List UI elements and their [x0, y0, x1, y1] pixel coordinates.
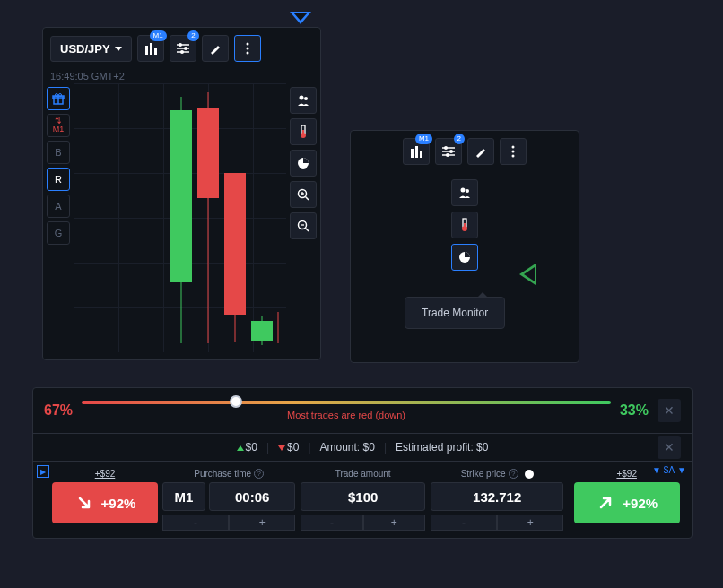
trade-panel: 67% Most trades are red (down) 33% ✕ $0 … [32, 387, 693, 539]
bars-icon [144, 42, 157, 55]
close-summary-button[interactable]: ✕ [658, 436, 681, 459]
slider-thumb[interactable] [230, 395, 242, 408]
candles-button[interactable]: M1 [137, 35, 164, 62]
more-menu-button[interactable] [234, 35, 261, 62]
arrow-up-right-icon [596, 493, 615, 513]
sec-thermometer-button[interactable] [451, 212, 478, 238]
amount-minus[interactable]: - [301, 514, 362, 531]
svg-point-4 [179, 43, 182, 47]
amount-input[interactable]: $100 [301, 482, 425, 511]
pair-selector[interactable]: USD/JPY [50, 36, 132, 62]
purchase-time-label: Purchase time? [194, 469, 264, 479]
help-icon[interactable]: ? [509, 469, 518, 479]
g-button[interactable]: G [47, 221, 70, 245]
highlight-arrow-icon [519, 264, 536, 285]
pie-button[interactable] [290, 150, 317, 177]
triangle-down-icon [278, 445, 285, 451]
sec-social-button[interactable] [451, 179, 478, 206]
interval-button[interactable]: ⇅M1 [47, 114, 70, 137]
currency-label: $A [664, 465, 675, 475]
svg-point-17 [300, 96, 304, 100]
amount-stepper: -+ [301, 514, 425, 531]
users-icon [458, 186, 471, 199]
gift-button[interactable] [47, 87, 70, 110]
indicators-button[interactable]: 2 [170, 35, 196, 62]
strike-plus[interactable]: + [497, 514, 563, 531]
gift-icon [52, 92, 65, 105]
amount-label: Trade amount [335, 469, 391, 479]
dots-vertical-icon [246, 42, 249, 55]
r-button[interactable]: R [47, 168, 70, 191]
buy-payout: +$92 [616, 469, 637, 479]
svg-rect-21 [302, 130, 304, 135]
amount-summary: Amount: $0 [320, 441, 375, 454]
sentiment-row: 67% Most trades are red (down) 33% ✕ [33, 388, 692, 434]
countdown-input[interactable]: 00:06 [209, 482, 295, 511]
sec-indicators-button[interactable]: 2 [435, 138, 462, 165]
social-button[interactable] [290, 87, 317, 114]
svg-line-28 [306, 229, 309, 232]
chart-body: ⇅M1 B R A G [43, 83, 320, 352]
close-sentiment-button[interactable]: ✕ [658, 399, 681, 422]
sec-candles-button[interactable]: M1 [403, 138, 430, 165]
svg-rect-32 [420, 151, 422, 158]
svg-rect-0 [145, 46, 148, 55]
trade-row-options[interactable]: ▼ $A ▼ [652, 465, 686, 475]
buy-button[interactable]: +92% [574, 482, 680, 523]
arrow-down-right-icon [74, 493, 94, 513]
svg-point-36 [449, 150, 453, 153]
strike-input[interactable]: 132.712 [431, 482, 563, 511]
pie-chart-icon [297, 157, 309, 169]
sec-indicators-badge: 2 [454, 134, 465, 144]
slider-track [82, 401, 611, 404]
draw-button[interactable] [202, 35, 229, 62]
time-plus[interactable]: + [229, 514, 295, 531]
svg-point-38 [446, 153, 449, 157]
menu-pointer-icon [290, 12, 311, 24]
chart-timestamp: 16:49:05 GMT+2 [43, 69, 320, 83]
svg-point-41 [512, 155, 515, 158]
sec-draw-button[interactable] [467, 138, 494, 165]
pie-chart-icon [458, 251, 471, 264]
svg-point-15 [56, 94, 58, 97]
svg-point-10 [246, 48, 248, 50]
svg-point-8 [180, 50, 184, 54]
strike-toggle[interactable] [525, 470, 534, 479]
brush-icon [475, 145, 487, 158]
interval-input[interactable]: M1 [162, 482, 205, 511]
indicators-badge: 2 [187, 30, 198, 41]
svg-rect-30 [411, 149, 414, 158]
zoom-out-button[interactable] [290, 212, 317, 239]
expand-button[interactable]: ▶ [37, 465, 49, 478]
left-tools: ⇅M1 B R A G [43, 83, 74, 352]
help-icon[interactable]: ? [254, 469, 264, 479]
svg-point-18 [304, 97, 308, 100]
dots-vertical-icon [511, 145, 515, 158]
sell-button[interactable]: +92% [52, 482, 158, 523]
summary-row: $0 | $0 | Amount: $0 | Estimated profit:… [33, 434, 692, 462]
svg-point-11 [246, 52, 248, 55]
time-minus[interactable]: - [162, 514, 229, 531]
strike-minus[interactable]: - [431, 514, 497, 531]
amount-plus[interactable]: + [363, 514, 425, 531]
sentiment-slider[interactable]: Most trades are red (down) [82, 397, 611, 424]
strike-stepper: -+ [431, 514, 563, 531]
trade-monitor-tooltip: Trade Monitor [405, 297, 505, 329]
svg-point-40 [512, 151, 515, 153]
b-button[interactable]: B [47, 141, 70, 164]
caret-down-icon [115, 47, 122, 51]
svg-point-43 [466, 189, 469, 193]
sec-pie-button[interactable] [451, 244, 478, 271]
svg-point-34 [444, 146, 448, 150]
zoom-in-button[interactable] [290, 181, 317, 208]
svg-point-39 [512, 146, 515, 149]
brush-icon [209, 42, 222, 55]
up-summary: $0 [237, 441, 257, 454]
svg-point-9 [246, 43, 248, 46]
a-button[interactable]: A [47, 195, 70, 218]
sec-more-button[interactable] [500, 138, 527, 165]
candlestick-chart[interactable] [74, 83, 286, 352]
pair-label: USD/JPY [60, 42, 110, 56]
time-stepper: -+ [162, 514, 295, 531]
thermometer-button[interactable] [290, 118, 317, 145]
